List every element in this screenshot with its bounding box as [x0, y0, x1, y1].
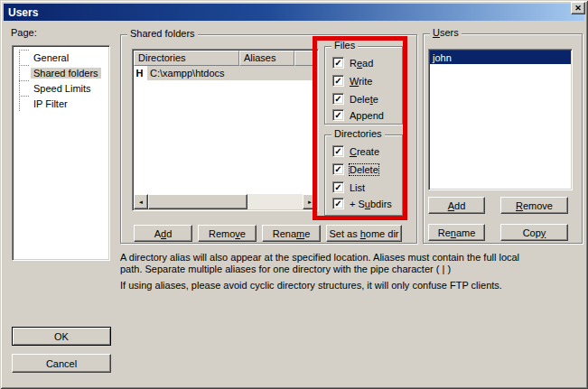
checkbox-checked-icon[interactable]: ✓ [332, 181, 344, 193]
alias-note-line2: path. Separate multiple aliases for one … [120, 264, 451, 274]
checkbox-checked-icon[interactable]: ✓ [332, 145, 344, 157]
user-list-item[interactable]: john [430, 51, 571, 64]
tree-item-label: IP Filter [31, 98, 70, 109]
directories-listview[interactable]: Directories Aliases H C:\xampp\htdocs ◄ … [132, 49, 319, 211]
cyclic-note: If using aliases, please avoid cyclic di… [120, 280, 502, 291]
shared-folders-group: Shared folders Directories Aliases H C:\… [120, 34, 417, 244]
set-as-home-dir-button[interactable]: Set as home dir [326, 225, 402, 242]
checkbox-checked-icon[interactable]: ✓ [332, 163, 344, 175]
users-rename-button[interactable]: Rename [428, 224, 485, 241]
button-label: Remove [209, 228, 246, 239]
checkbox-label: Write [350, 76, 372, 87]
scrollbar-track[interactable] [247, 194, 303, 209]
button-label: Rename [438, 227, 476, 238]
checkbox-label: Append [350, 110, 384, 121]
checkbox-append[interactable]: ✓ Append [332, 108, 384, 122]
checkbox-delete-dirs[interactable]: ✓ Delete [332, 162, 378, 176]
shared-add-button[interactable]: Add [134, 225, 192, 242]
button-label: Copy [523, 227, 546, 238]
tree-item-ip-filter[interactable]: IP Filter [31, 97, 70, 110]
tree-twig [19, 96, 29, 97]
directories-permissions-group: Directories ✓ Create ✓ Delete ✓ List ✓ +… [324, 134, 403, 216]
button-label: Add [448, 200, 466, 211]
scroll-left-icon: ◄ [138, 199, 144, 205]
checkbox-checked-icon[interactable]: ✓ [332, 75, 344, 87]
button-label: OK [54, 331, 69, 342]
scroll-right-icon: ► [307, 199, 313, 205]
tree-item-shared-folders[interactable]: Shared folders [31, 66, 101, 79]
tree-item-label: Speed Limits [31, 83, 94, 94]
checkbox-checked-icon[interactable]: ✓ [332, 93, 344, 105]
scrollbar-thumb[interactable] [148, 194, 247, 209]
column-header-directories[interactable]: Directories [134, 51, 239, 66]
user-name: john [433, 52, 452, 63]
checkbox-delete-files[interactable]: ✓ Delete [332, 92, 378, 106]
home-directory-marker: H [134, 68, 145, 79]
tree-twig [19, 50, 29, 51]
checkbox-write[interactable]: ✓ Write [332, 74, 372, 88]
users-group: Users john Add Remove Rename Copy [423, 33, 583, 244]
tree-twig [19, 80, 29, 81]
checkbox-checked-icon[interactable]: ✓ [332, 57, 344, 69]
button-label: Rename [273, 228, 311, 239]
alias-note-line1: A directory alias will also appear at th… [120, 252, 519, 263]
column-header-label: Directories [138, 52, 186, 63]
users-copy-button[interactable]: Copy [500, 224, 568, 241]
directory-path: C:\xampp\htdocs [147, 66, 317, 80]
window-title: Users [4, 6, 38, 19]
checkbox-checked-icon[interactable]: ✓ [332, 198, 344, 209]
users-add-button[interactable]: Add [428, 197, 485, 214]
scroll-right-button[interactable]: ► [303, 194, 317, 209]
cancel-button[interactable]: Cancel [12, 354, 111, 373]
close-button[interactable]: ✕ [571, 2, 585, 14]
checkbox-create[interactable]: ✓ Create [332, 144, 379, 158]
checkbox-label: + Subdirs [350, 199, 392, 209]
tree-item-label: Shared folders [31, 68, 101, 79]
users-remove-button[interactable]: Remove [500, 197, 568, 214]
directory-row[interactable]: H C:\xampp\htdocs [134, 66, 317, 80]
scroll-left-button[interactable]: ◄ [134, 194, 148, 209]
tree-item-label: General [31, 52, 71, 63]
column-header-aliases[interactable]: Aliases [239, 51, 294, 66]
page-tree: General Shared folders Speed Limits IP F… [12, 45, 110, 261]
tree-branch-line [19, 51, 20, 111]
shared-remove-button[interactable]: Remove [198, 225, 257, 242]
page-label: Page: [11, 27, 37, 38]
users-dialog-window: Users ✕ Page: General Shared folders Spe… [0, 0, 588, 389]
listview-header: Directories Aliases [134, 51, 317, 66]
users-group-label: Users [430, 27, 462, 38]
shared-rename-button[interactable]: Rename [262, 225, 321, 242]
checkbox-checked-icon[interactable]: ✓ [332, 109, 344, 121]
users-listbox[interactable]: john [428, 49, 573, 190]
column-header-label: Aliases [244, 52, 275, 63]
checkbox-list[interactable]: ✓ List [332, 181, 365, 194]
button-label: Remove [516, 200, 553, 211]
button-label: Cancel [46, 358, 77, 369]
shared-folders-group-label: Shared folders [127, 28, 198, 39]
checkbox-label: Delete [350, 94, 378, 105]
tree-item-speed-limits[interactable]: Speed Limits [31, 81, 94, 95]
button-label: Add [154, 228, 173, 239]
ok-button[interactable]: OK [12, 327, 111, 346]
title-bar: Users [4, 4, 584, 21]
checkbox-label: Create [350, 146, 379, 157]
files-permissions-group: Files ✓ Read ✓ Write ✓ Delete ✓ Append [324, 46, 403, 125]
horizontal-scrollbar[interactable]: ◄ ► [134, 194, 317, 209]
checkbox-label: List [350, 182, 365, 193]
checkbox-label: Read [350, 58, 373, 69]
tree-twig [19, 65, 29, 66]
directories-group-label: Directories [331, 128, 385, 139]
files-group-label: Files [331, 40, 358, 51]
button-label: Set as home dir [329, 228, 398, 239]
checkbox-subdirs[interactable]: ✓ + Subdirs [332, 197, 392, 210]
checkbox-read[interactable]: ✓ Read [332, 56, 373, 69]
tree-item-general[interactable]: General [31, 51, 71, 64]
checkbox-label: Delete [350, 164, 378, 175]
column-header-filler [294, 51, 317, 66]
close-icon: ✕ [574, 5, 582, 13]
